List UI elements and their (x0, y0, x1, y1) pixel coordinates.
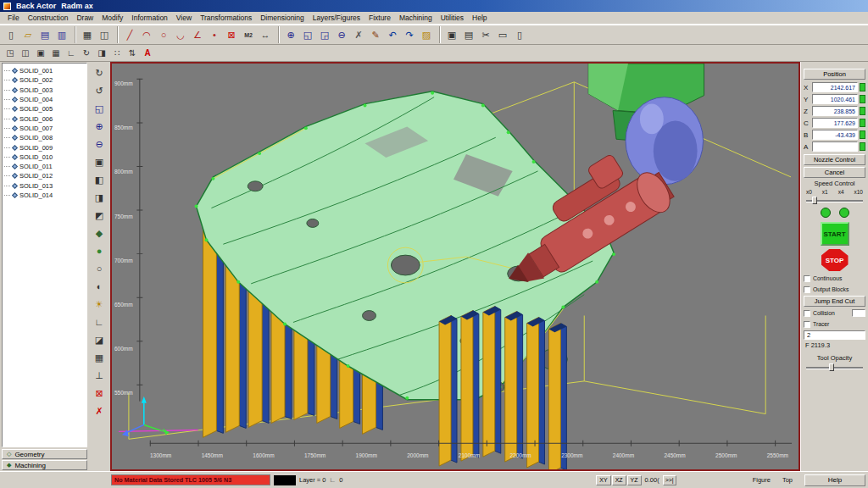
cascade-windows-icon[interactable]: ▣ (33, 46, 48, 60)
line-icon[interactable]: ╱ (121, 26, 138, 43)
tree-item-solid[interactable]: SOLID_008 (4, 133, 85, 142)
menu-item[interactable]: Layers/Figures (309, 13, 364, 23)
ortho-icon[interactable]: ∟ (64, 46, 79, 60)
menu-item[interactable]: Transformations (196, 13, 256, 23)
step-value-field[interactable]: 2 (804, 330, 865, 340)
print-preview-icon[interactable]: ◫ (96, 26, 113, 43)
continuous-checkbox[interactable] (804, 275, 810, 282)
stop-button[interactable]: STOP (821, 249, 849, 271)
collision-option[interactable]: Collision (804, 308, 865, 318)
tab-machining[interactable]: ◆ Machining (2, 460, 87, 470)
hide-solid-icon[interactable]: ⊠ (91, 385, 108, 402)
jog-forward-button[interactable] (839, 208, 849, 218)
tracer-option[interactable]: Tracer (804, 319, 865, 329)
continuous-option[interactable]: Continuous (804, 274, 865, 283)
edit-icon[interactable]: ✎ (367, 26, 384, 43)
rotate-icon[interactable]: ↻ (79, 46, 94, 60)
trash-icon[interactable]: ▯ (511, 26, 528, 43)
redo-icon[interactable]: ↷ (401, 26, 418, 43)
cancel-button[interactable]: Cancel (804, 167, 865, 178)
fit-window-icon[interactable]: ◳ (3, 46, 18, 60)
jog-backward-button[interactable] (821, 208, 831, 218)
circle-icon[interactable]: ○ (155, 26, 172, 43)
point-icon[interactable]: • (206, 26, 223, 43)
menu-item[interactable]: View (172, 13, 196, 23)
menu-item[interactable]: Information (127, 13, 172, 23)
paint-icon[interactable]: ▨ (418, 26, 435, 43)
font-icon[interactable]: A (140, 46, 155, 60)
dimension-icon[interactable]: ↔ (257, 26, 274, 43)
axis-value-field[interactable] (812, 141, 858, 152)
tool-opacity-slider[interactable] (804, 363, 865, 371)
zoom-out-icon[interactable]: ⊖ (91, 136, 108, 152)
delete-mesh-icon[interactable]: ⊠ (223, 26, 240, 43)
snap-grid-icon[interactable]: ▦ (48, 46, 64, 60)
tree-item-solid[interactable]: SOLID_001 (4, 66, 85, 75)
solids-tree[interactable]: SOLID_001 SOLID_002 SOLID_003 SOLID_004 (2, 63, 87, 447)
axis-value-field[interactable]: 238.855 (812, 106, 858, 116)
array-icon[interactable]: ∷ (109, 46, 125, 60)
undo-icon[interactable]: ↶ (384, 26, 401, 43)
tree-item-solid[interactable]: SOLID_007 (4, 124, 85, 133)
plane-button[interactable]: YZ (627, 475, 642, 485)
menu-item[interactable]: Fixture (364, 13, 395, 23)
menu-item[interactable]: Dimensioning (256, 13, 309, 23)
save-all-icon[interactable]: ▥ (53, 26, 70, 43)
copy-icon[interactable]: ▣ (443, 26, 460, 43)
zoom-rect-icon[interactable]: ◱ (91, 100, 108, 117)
help-button[interactable]: Help (804, 474, 865, 486)
fit-all-icon[interactable]: ▣ (91, 153, 108, 170)
side-view-icon[interactable]: ◨ (91, 189, 108, 206)
title-bar[interactable]: Back Actor Radm ax (0, 0, 868, 12)
tree-item-solid[interactable]: SOLID_009 (4, 142, 85, 152)
front-view-icon[interactable]: ◧ (91, 171, 108, 188)
section-icon[interactable]: ◪ (91, 331, 108, 348)
tree-item-solid[interactable]: SOLID_011 (4, 162, 85, 171)
plane-button[interactable]: XZ (612, 475, 626, 485)
tree-item-solid[interactable]: SOLID_012 (4, 171, 85, 180)
axis-value-field[interactable]: -43.439 (812, 130, 858, 140)
tree-item-solid[interactable]: SOLID_005 (4, 104, 85, 114)
iso-view-icon[interactable]: ◆ (91, 225, 108, 241)
nozzle-control-button[interactable]: Nozzle Control (804, 154, 865, 165)
measure-icon[interactable]: ∟ (91, 313, 108, 330)
jump-end-cut-button[interactable]: Jump End Cut (804, 296, 865, 307)
shaded-view-icon[interactable]: ● (91, 242, 108, 259)
plane-button[interactable]: XY (596, 475, 610, 485)
expand-button[interactable]: >>| (663, 475, 676, 485)
speed-slider[interactable] (804, 197, 865, 204)
mirror-icon[interactable]: ◨ (94, 46, 109, 60)
menu-item[interactable]: Draw (72, 13, 97, 23)
arc-icon[interactable]: ◠ (138, 26, 155, 43)
tree-item-solid[interactable]: SOLID_013 (4, 181, 85, 191)
menu-item[interactable]: File (3, 13, 24, 23)
light-icon[interactable]: ☀ (91, 296, 108, 313)
tracer-checkbox[interactable] (804, 321, 810, 328)
slider-thumb[interactable] (829, 363, 834, 371)
slider-thumb[interactable] (812, 197, 817, 204)
zoom-out-icon[interactable]: ⊖ (333, 26, 350, 43)
tree-item-solid[interactable]: SOLID_014 (4, 191, 85, 200)
menu-item[interactable]: Utilities (437, 13, 468, 23)
tree-item-solid[interactable]: SOLID_003 (4, 86, 85, 95)
zoom-in-icon[interactable]: ⊕ (91, 118, 108, 135)
menu-item[interactable]: Construction (24, 13, 73, 23)
menu-item[interactable]: Help (468, 13, 491, 23)
output-blocks-checkbox[interactable] (804, 286, 810, 293)
wireframe-view-icon[interactable]: ○ (91, 260, 108, 277)
print-icon[interactable]: ▦ (79, 26, 96, 43)
paste-icon[interactable]: ▤ (460, 26, 477, 43)
top-view-icon[interactable]: ◩ (91, 207, 108, 224)
axis-value-field[interactable]: 2142.617 (812, 82, 858, 92)
zoom-window-icon[interactable]: ◱ (299, 26, 316, 43)
save-file-icon[interactable]: ▤ (36, 26, 53, 43)
menu-item[interactable]: Machining (395, 13, 437, 23)
axis-value-field[interactable]: 1020.461 (812, 94, 858, 104)
tile-windows-icon[interactable]: ◫ (18, 46, 33, 60)
axes-icon[interactable]: ⊥ (91, 367, 108, 384)
grid-icon[interactable]: ▦ (91, 349, 108, 366)
collision-checkbox[interactable] (804, 310, 810, 317)
viewport-3d-scene[interactable] (112, 64, 798, 469)
zoom-dynamic-icon[interactable]: ◲ (316, 26, 333, 43)
select-icon[interactable]: ✗ (350, 26, 367, 43)
